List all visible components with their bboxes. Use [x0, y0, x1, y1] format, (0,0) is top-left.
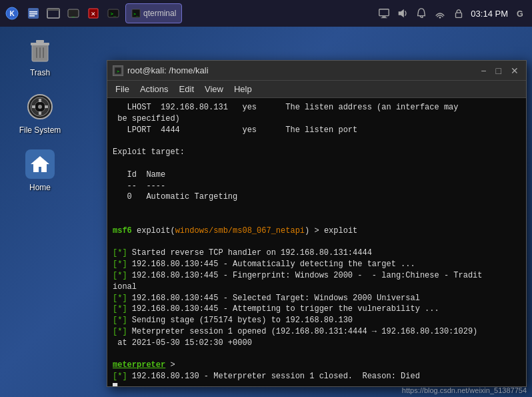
svg-rect-25: [36, 40, 44, 43]
svg-rect-27: [39, 47, 41, 58]
svg-rect-34: [32, 105, 35, 108]
taskbar-left: K: [0, 3, 182, 23]
titlebar-buttons: − □ ✕: [479, 65, 521, 76]
menu-help[interactable]: Help: [234, 84, 252, 94]
taskbar-right: 03:14 PM G: [377, 7, 532, 20]
qterminal-taskbar-button[interactable]: >_ qterminal: [125, 3, 182, 23]
notification-icon[interactable]: [415, 7, 428, 20]
svg-rect-16: [379, 9, 389, 16]
svg-rect-33: [39, 111, 41, 115]
svg-rect-21: [456, 13, 462, 17]
svg-text:G: G: [517, 9, 523, 19]
svg-text:>: >: [117, 68, 119, 73]
svg-rect-32: [39, 99, 41, 102]
lock-icon[interactable]: [452, 7, 465, 20]
svg-marker-19: [399, 9, 404, 18]
svg-text:K: K: [9, 10, 15, 17]
taskbar-app-2[interactable]: [44, 4, 63, 23]
terminal-titlebar: > root@kali: /home/kali − □ ✕: [107, 61, 526, 81]
menu-view[interactable]: View: [205, 84, 223, 94]
svg-text:✕: ✕: [91, 11, 96, 17]
close-button[interactable]: ✕: [509, 65, 521, 76]
trash-label: Trash: [30, 68, 50, 77]
svg-rect-35: [45, 105, 48, 108]
taskbar-app-5[interactable]: >_: [104, 4, 123, 23]
watermark: https://blog.csdn.net/weixin_51387754: [402, 386, 527, 394]
minimize-button[interactable]: −: [479, 65, 488, 76]
home-icon[interactable]: Home: [13, 148, 67, 192]
sound-icon[interactable]: [396, 7, 409, 20]
taskbar-app-4[interactable]: ✕: [84, 4, 103, 23]
svg-rect-24: [31, 43, 49, 45]
taskbar-apps: _ ✕ >_: [24, 4, 123, 23]
svg-rect-17: [383, 17, 386, 18]
taskbar-app-3[interactable]: _: [64, 4, 83, 23]
maximize-button[interactable]: □: [494, 65, 503, 76]
svg-point-36: [38, 105, 42, 109]
terminal-title: root@kali: /home/kali: [127, 65, 209, 75]
terminal-content[interactable]: LHOST 192.168.80.131 yes The listen addr…: [107, 98, 526, 386]
terminal-window: > root@kali: /home/kali − □ ✕ File Actio…: [107, 60, 527, 387]
desktop: K: [0, 0, 532, 397]
display-icon[interactable]: [377, 7, 391, 20]
kali-menu-icon[interactable]: K: [3, 4, 21, 23]
qterminal-label: qterminal: [143, 9, 176, 18]
svg-rect-3: [29, 11, 37, 13]
filesystem-label: File System: [19, 125, 61, 135]
taskbar-app-1[interactable]: [24, 4, 43, 23]
home-label: Home: [29, 183, 51, 192]
svg-marker-37: [31, 156, 49, 172]
menu-actions[interactable]: Actions: [140, 84, 169, 94]
terminal-window-icon: >: [113, 65, 123, 76]
home-icon-img: [24, 148, 56, 180]
svg-rect-28: [43, 47, 44, 58]
trash-icon[interactable]: Trash: [13, 33, 67, 77]
svg-rect-7: [47, 9, 59, 11]
desktop-icons: Trash File System: [13, 33, 67, 192]
g-icon[interactable]: G: [513, 7, 527, 20]
svg-text:>_: >_: [133, 11, 139, 17]
svg-rect-26: [36, 47, 37, 58]
clock: 03:14 PM: [471, 9, 508, 19]
svg-text:_: _: [72, 11, 75, 17]
svg-point-20: [439, 17, 441, 19]
svg-text:>_: >_: [111, 11, 117, 17]
network-icon[interactable]: [433, 7, 447, 20]
svg-rect-18: [381, 17, 387, 18]
filesystem-icon[interactable]: File System: [13, 91, 67, 135]
trash-icon-img: [24, 33, 56, 65]
titlebar-left: > root@kali: /home/kali: [113, 65, 209, 76]
terminal-menubar: File Actions Edit View Help: [107, 81, 526, 98]
menu-edit[interactable]: Edit: [179, 84, 194, 94]
filesystem-icon-img: [24, 91, 56, 123]
menu-file[interactable]: File: [115, 84, 129, 94]
svg-rect-5: [29, 15, 35, 17]
taskbar-top: K: [0, 0, 532, 27]
svg-rect-4: [29, 13, 37, 15]
